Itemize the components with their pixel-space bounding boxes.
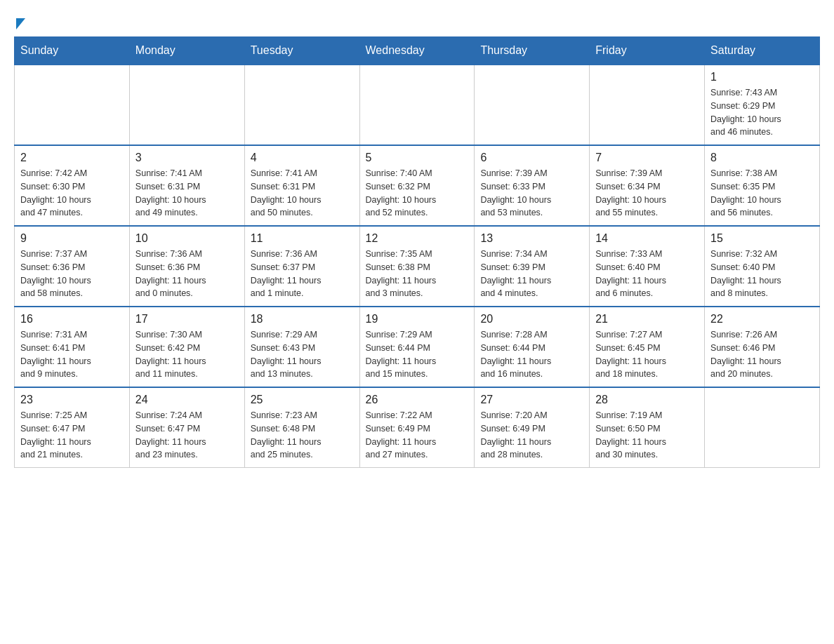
day-info: Sunrise: 7:20 AMSunset: 6:49 PMDaylight:…: [480, 409, 583, 462]
calendar-cell: [705, 387, 820, 468]
day-info: Sunrise: 7:36 AMSunset: 6:36 PMDaylight:…: [135, 248, 239, 300]
day-number: 2: [20, 152, 124, 164]
day-info: Sunrise: 7:22 AMSunset: 6:49 PMDaylight:…: [366, 409, 469, 462]
day-info: Sunrise: 7:29 AMSunset: 6:43 PMDaylight:…: [251, 328, 354, 381]
day-number: 24: [135, 394, 239, 406]
day-number: 20: [480, 313, 583, 326]
day-info: Sunrise: 7:19 AMSunset: 6:50 PMDaylight:…: [595, 409, 699, 462]
day-info: Sunrise: 7:42 AMSunset: 6:30 PMDaylight:…: [20, 167, 124, 220]
day-number: 6: [480, 152, 583, 164]
day-info: Sunrise: 7:39 AMSunset: 6:33 PMDaylight:…: [480, 167, 583, 220]
calendar-cell: 26Sunrise: 7:22 AMSunset: 6:49 PMDayligh…: [359, 387, 475, 468]
calendar-cell: 21Sunrise: 7:27 AMSunset: 6:45 PMDayligh…: [590, 307, 705, 387]
day-number: 23: [20, 394, 124, 406]
calendar-cell: 10Sunrise: 7:36 AMSunset: 6:36 PMDayligh…: [129, 226, 244, 307]
day-number: 26: [366, 394, 469, 406]
day-info: Sunrise: 7:37 AMSunset: 6:36 PMDaylight:…: [20, 248, 124, 300]
day-info: Sunrise: 7:28 AMSunset: 6:44 PMDaylight:…: [480, 328, 583, 381]
day-number: 3: [135, 152, 239, 164]
day-number: 7: [595, 152, 699, 164]
calendar-cell: 27Sunrise: 7:20 AMSunset: 6:49 PMDayligh…: [475, 387, 590, 468]
calendar-cell: 11Sunrise: 7:36 AMSunset: 6:37 PMDayligh…: [244, 226, 359, 307]
calendar-cell: [475, 65, 590, 145]
week-row-1: 1Sunrise: 7:43 AMSunset: 6:29 PMDaylight…: [15, 65, 820, 145]
day-info: Sunrise: 7:27 AMSunset: 6:45 PMDaylight:…: [595, 328, 699, 381]
calendar-cell: 28Sunrise: 7:19 AMSunset: 6:50 PMDayligh…: [590, 387, 705, 468]
day-number: 27: [480, 394, 583, 406]
day-number: 17: [135, 313, 239, 326]
day-info: Sunrise: 7:38 AMSunset: 6:35 PMDaylight:…: [710, 167, 814, 220]
page-header: [14, 14, 820, 29]
day-number: 15: [710, 232, 814, 245]
calendar-cell: 24Sunrise: 7:24 AMSunset: 6:47 PMDayligh…: [129, 387, 244, 468]
day-info: Sunrise: 7:25 AMSunset: 6:47 PMDaylight:…: [20, 409, 124, 462]
day-info: Sunrise: 7:41 AMSunset: 6:31 PMDaylight:…: [251, 167, 354, 220]
day-number: 10: [135, 232, 239, 245]
day-info: Sunrise: 7:36 AMSunset: 6:37 PMDaylight:…: [251, 248, 354, 300]
calendar-cell: 1Sunrise: 7:43 AMSunset: 6:29 PMDaylight…: [705, 65, 820, 145]
day-number: 28: [595, 394, 699, 406]
calendar-cell: 5Sunrise: 7:40 AMSunset: 6:32 PMDaylight…: [359, 145, 475, 226]
day-number: 18: [251, 313, 354, 326]
calendar-cell: 3Sunrise: 7:41 AMSunset: 6:31 PMDaylight…: [129, 145, 244, 226]
calendar-cell: 16Sunrise: 7:31 AMSunset: 6:41 PMDayligh…: [15, 307, 130, 387]
day-number: 21: [595, 313, 699, 326]
day-info: Sunrise: 7:35 AMSunset: 6:38 PMDaylight:…: [366, 248, 469, 300]
day-number: 14: [595, 232, 699, 245]
calendar-cell: 23Sunrise: 7:25 AMSunset: 6:47 PMDayligh…: [15, 387, 130, 468]
day-info: Sunrise: 7:34 AMSunset: 6:39 PMDaylight:…: [480, 248, 583, 300]
day-info: Sunrise: 7:29 AMSunset: 6:44 PMDaylight:…: [366, 328, 469, 381]
col-header-monday: Monday: [129, 37, 244, 65]
calendar-cell: 20Sunrise: 7:28 AMSunset: 6:44 PMDayligh…: [475, 307, 590, 387]
day-number: 12: [366, 232, 469, 245]
day-number: 11: [251, 232, 354, 245]
calendar-cell: 13Sunrise: 7:34 AMSunset: 6:39 PMDayligh…: [475, 226, 590, 307]
week-row-4: 16Sunrise: 7:31 AMSunset: 6:41 PMDayligh…: [15, 307, 820, 387]
day-number: 13: [480, 232, 583, 245]
day-info: Sunrise: 7:40 AMSunset: 6:32 PMDaylight:…: [366, 167, 469, 220]
calendar-cell: 18Sunrise: 7:29 AMSunset: 6:43 PMDayligh…: [244, 307, 359, 387]
week-row-5: 23Sunrise: 7:25 AMSunset: 6:47 PMDayligh…: [15, 387, 820, 468]
day-number: 25: [251, 394, 354, 406]
calendar-cell: [129, 65, 244, 145]
day-info: Sunrise: 7:33 AMSunset: 6:40 PMDaylight:…: [595, 248, 699, 300]
calendar-cell: 25Sunrise: 7:23 AMSunset: 6:48 PMDayligh…: [244, 387, 359, 468]
day-info: Sunrise: 7:30 AMSunset: 6:42 PMDaylight:…: [135, 328, 239, 381]
day-number: 5: [366, 152, 469, 164]
calendar-cell: 17Sunrise: 7:30 AMSunset: 6:42 PMDayligh…: [129, 307, 244, 387]
day-info: Sunrise: 7:31 AMSunset: 6:41 PMDaylight:…: [20, 328, 124, 381]
col-header-thursday: Thursday: [475, 37, 590, 65]
col-header-wednesday: Wednesday: [359, 37, 475, 65]
calendar-cell: 14Sunrise: 7:33 AMSunset: 6:40 PMDayligh…: [590, 226, 705, 307]
day-number: 9: [20, 232, 124, 245]
day-info: Sunrise: 7:26 AMSunset: 6:46 PMDaylight:…: [710, 328, 814, 381]
logo-arrow-icon: [16, 18, 25, 29]
day-number: 22: [710, 313, 814, 326]
day-number: 19: [366, 313, 469, 326]
calendar-table: SundayMondayTuesdayWednesdayThursdayFrid…: [14, 36, 820, 468]
day-info: Sunrise: 7:39 AMSunset: 6:34 PMDaylight:…: [595, 167, 699, 220]
col-header-friday: Friday: [590, 37, 705, 65]
calendar-cell: 4Sunrise: 7:41 AMSunset: 6:31 PMDaylight…: [244, 145, 359, 226]
day-info: Sunrise: 7:41 AMSunset: 6:31 PMDaylight:…: [135, 167, 239, 220]
calendar-cell: 12Sunrise: 7:35 AMSunset: 6:38 PMDayligh…: [359, 226, 475, 307]
calendar-cell: 8Sunrise: 7:38 AMSunset: 6:35 PMDaylight…: [705, 145, 820, 226]
day-info: Sunrise: 7:24 AMSunset: 6:47 PMDaylight:…: [135, 409, 239, 462]
logo: [14, 14, 25, 29]
week-row-3: 9Sunrise: 7:37 AMSunset: 6:36 PMDaylight…: [15, 226, 820, 307]
day-info: Sunrise: 7:32 AMSunset: 6:40 PMDaylight:…: [710, 248, 814, 300]
calendar-cell: 6Sunrise: 7:39 AMSunset: 6:33 PMDaylight…: [475, 145, 590, 226]
col-header-tuesday: Tuesday: [244, 37, 359, 65]
calendar-cell: [590, 65, 705, 145]
day-number: 1: [710, 71, 814, 83]
day-info: Sunrise: 7:23 AMSunset: 6:48 PMDaylight:…: [251, 409, 354, 462]
calendar-cell: 22Sunrise: 7:26 AMSunset: 6:46 PMDayligh…: [705, 307, 820, 387]
day-number: 4: [251, 152, 354, 164]
day-number: 8: [710, 152, 814, 164]
day-info: Sunrise: 7:43 AMSunset: 6:29 PMDaylight:…: [710, 86, 814, 139]
calendar-cell: [359, 65, 475, 145]
col-header-saturday: Saturday: [705, 37, 820, 65]
calendar-cell: [244, 65, 359, 145]
week-row-2: 2Sunrise: 7:42 AMSunset: 6:30 PMDaylight…: [15, 145, 820, 226]
day-number: 16: [20, 313, 124, 326]
